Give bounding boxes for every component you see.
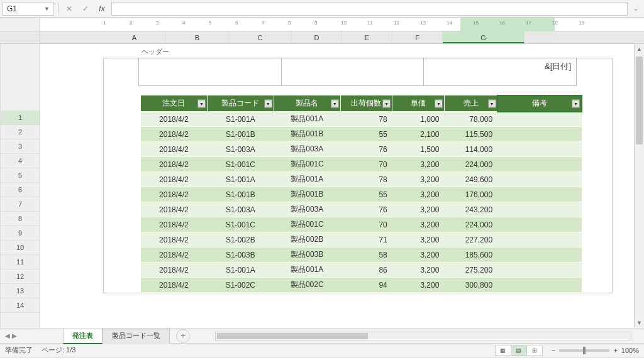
row-header-3[interactable]: 3 <box>1 139 40 154</box>
table-cell[interactable]: 製品002B <box>274 232 340 247</box>
row-header-2[interactable]: 2 <box>1 125 40 139</box>
table-cell[interactable]: 3,200 <box>392 202 445 217</box>
table-cell[interactable]: 78 <box>340 172 392 187</box>
table-cell[interactable]: S1-001A <box>207 112 274 127</box>
table-cell[interactable]: 2018/4/2 <box>141 202 208 217</box>
table-cell[interactable]: 114,000 <box>444 142 497 157</box>
table-cell[interactable]: 製品001B <box>274 127 340 142</box>
table-cell[interactable]: S1-001A <box>207 263 274 278</box>
table-cell[interactable]: 製品001A <box>274 172 340 187</box>
table-header[interactable]: 製品名▼ <box>274 95 340 112</box>
scroll-down-icon[interactable]: ▼ <box>635 318 644 328</box>
table-cell[interactable]: S1-003A <box>207 202 274 217</box>
table-cell[interactable] <box>497 278 581 293</box>
add-sheet-button[interactable]: + <box>176 329 190 343</box>
table-cell[interactable]: 243,200 <box>444 202 497 217</box>
table-cell[interactable] <box>497 112 581 127</box>
table-cell[interactable]: 1,000 <box>392 112 445 127</box>
column-header-C[interactable]: C <box>229 31 292 43</box>
table-header[interactable]: 注文日▼ <box>141 95 208 112</box>
table-cell[interactable]: 71 <box>340 232 392 247</box>
table-cell[interactable]: 224,000 <box>444 157 497 172</box>
row-header-13[interactable]: 13 <box>1 284 40 298</box>
table-cell[interactable]: 3,200 <box>392 157 445 172</box>
table-cell[interactable]: 78 <box>340 112 392 127</box>
table-cell[interactable]: 2018/4/2 <box>141 247 208 263</box>
table-cell[interactable] <box>497 247 581 263</box>
table-cell[interactable]: 製品001A <box>274 263 340 278</box>
table-cell[interactable]: S1-001C <box>207 217 274 232</box>
table-header[interactable]: 単価▼ <box>392 95 445 112</box>
row-header-5[interactable]: 5 <box>1 168 40 183</box>
confirm-button[interactable]: ✓ <box>79 2 92 16</box>
table-cell[interactable]: 2018/4/2 <box>141 172 208 187</box>
header-left[interactable] <box>138 58 282 86</box>
sheet-tab[interactable]: 製品コード一覧 <box>103 328 170 344</box>
filter-dropdown-icon[interactable]: ▼ <box>435 99 443 107</box>
table-cell[interactable] <box>497 217 581 232</box>
formula-input[interactable] <box>111 2 628 16</box>
name-box[interactable]: G1 ▼ <box>3 2 54 16</box>
zoom-slider[interactable] <box>559 349 609 352</box>
table-cell[interactable]: 55 <box>340 187 392 202</box>
table-cell[interactable] <box>497 263 581 278</box>
table-cell[interactable]: 2018/4/2 <box>141 278 208 293</box>
table-cell[interactable]: 3,200 <box>392 232 445 247</box>
column-header-D[interactable]: D <box>292 31 342 43</box>
table-cell[interactable]: S1-003B <box>207 247 274 263</box>
table-cell[interactable]: 3,200 <box>392 172 445 187</box>
table-cell[interactable] <box>497 232 581 247</box>
table-cell[interactable] <box>497 187 581 202</box>
table-cell[interactable]: 1,500 <box>392 142 445 157</box>
filter-dropdown-icon[interactable]: ▼ <box>488 99 496 107</box>
table-cell[interactable]: S1-001B <box>207 127 274 142</box>
table-cell[interactable]: 94 <box>340 278 392 293</box>
table-cell[interactable]: 3,200 <box>392 247 445 263</box>
header-right[interactable]: &[日付] <box>423 58 577 86</box>
horizontal-scrollbar[interactable] <box>215 332 631 340</box>
table-cell[interactable]: 2018/4/2 <box>141 127 208 142</box>
scroll-thumb[interactable] <box>636 57 643 144</box>
column-header-E[interactable]: E <box>342 31 392 43</box>
header-center[interactable] <box>281 58 425 86</box>
table-cell[interactable]: 製品003B <box>274 247 340 263</box>
table-header[interactable]: 製品コード▼ <box>207 95 274 112</box>
filter-dropdown-icon[interactable]: ▼ <box>264 99 272 107</box>
row-header-12[interactable]: 12 <box>1 269 40 284</box>
table-cell[interactable]: 2018/4/2 <box>141 157 208 172</box>
table-cell[interactable]: 2018/4/2 <box>141 187 208 202</box>
table-cell[interactable]: 300,800 <box>444 278 497 293</box>
table-cell[interactable]: 製品001C <box>274 217 340 232</box>
zoom-in-button[interactable]: + <box>613 347 617 354</box>
cancel-button[interactable]: ✕ <box>62 2 76 16</box>
table-cell[interactable]: 3,200 <box>392 217 445 232</box>
table-cell[interactable]: 製品003A <box>274 142 340 157</box>
row-header-4[interactable]: 4 <box>1 154 40 168</box>
table-header[interactable]: 備考▼ <box>497 95 581 112</box>
table-cell[interactable]: 275,200 <box>444 263 497 278</box>
column-header-F[interactable]: F <box>392 31 443 43</box>
row-header-10[interactable]: 10 <box>1 241 40 255</box>
tab-nav[interactable]: ◀ ▶ <box>5 332 17 339</box>
scroll-up-icon[interactable]: ▲ <box>635 44 644 54</box>
table-cell[interactable]: S1-001A <box>207 172 274 187</box>
table-cell[interactable]: 製品001B <box>274 187 340 202</box>
filter-dropdown-icon[interactable]: ▼ <box>572 99 580 107</box>
row-header-11[interactable]: 11 <box>1 255 40 269</box>
column-header-G[interactable]: G <box>443 31 525 43</box>
fx-button[interactable]: fx <box>95 2 109 16</box>
table-cell[interactable]: 製品001A <box>274 112 340 127</box>
expand-formula-icon[interactable]: ⌄ <box>630 5 641 12</box>
table-cell[interactable]: 2018/4/2 <box>141 217 208 232</box>
table-cell[interactable]: 3,200 <box>392 263 445 278</box>
select-all-corner[interactable] <box>0 31 40 44</box>
table-cell[interactable]: 115,500 <box>444 127 497 142</box>
table-cell[interactable]: 58 <box>340 247 392 263</box>
table-cell[interactable]: 78,000 <box>444 112 497 127</box>
sheet-tab[interactable]: 発注表 <box>63 328 103 344</box>
zoom-knob[interactable] <box>583 347 586 354</box>
table-cell[interactable]: 176,000 <box>444 187 497 202</box>
table-header[interactable]: 売上▼ <box>444 95 497 112</box>
table-cell[interactable] <box>497 157 581 172</box>
table-cell[interactable]: 249,600 <box>444 172 497 187</box>
